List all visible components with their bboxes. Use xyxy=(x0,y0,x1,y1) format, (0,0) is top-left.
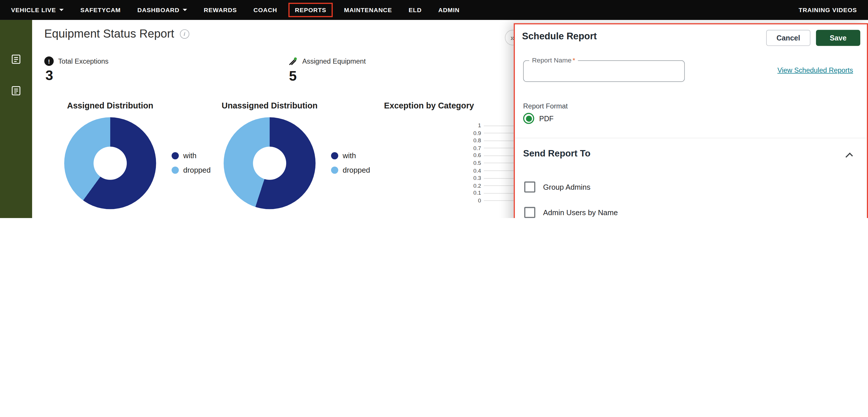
y-tick: 0.5 xyxy=(459,160,481,166)
report-list-icon[interactable] xyxy=(10,54,22,65)
y-tick: 0.3 xyxy=(459,175,481,181)
field-label: Report Name* xyxy=(529,56,578,64)
nav-label: COACH xyxy=(253,7,277,13)
nav-item-vehicle-live[interactable]: VEHICLE LIVE xyxy=(0,0,72,20)
y-tick: 1 xyxy=(459,123,481,128)
nav-item-admin[interactable]: ADMIN xyxy=(430,0,468,20)
legend-assigned: with dropped xyxy=(172,152,211,174)
legend-unassigned: with dropped xyxy=(331,152,370,174)
checkbox-row-admin-users-by-name[interactable]: Admin Users by Name xyxy=(524,207,618,218)
y-tick: 0.7 xyxy=(459,146,481,151)
radio-selected-icon[interactable] xyxy=(523,113,534,124)
chart-title-exception: Exception by Category xyxy=(368,101,490,110)
y-tick: 0.2 xyxy=(459,183,481,189)
app-window: VEHICLE LIVE SAFETYCAM DASHBOARD REWARDS… xyxy=(0,0,868,218)
checkbox-label: Admin Users by Name xyxy=(543,208,618,217)
stat-label: Assigned Equipment xyxy=(302,58,366,65)
legend-swatch-dropped xyxy=(331,167,338,174)
legend-swatch-dropped xyxy=(172,167,179,174)
legend-item: with xyxy=(172,152,211,160)
radio-pdf[interactable]: PDF xyxy=(523,113,554,124)
stat-label: Total Exceptions xyxy=(58,57,108,65)
checkbox-row-group-admins[interactable]: Group Admins xyxy=(524,182,591,193)
page-title-text: Equipment Status Report xyxy=(44,27,174,40)
equipment-tools-icon xyxy=(288,56,298,66)
report-name-input[interactable] xyxy=(530,66,680,75)
legend-item: dropped xyxy=(331,166,370,174)
y-tick: 0.4 xyxy=(459,168,481,173)
radio-label: PDF xyxy=(539,114,554,123)
panel-title: Schedule Report xyxy=(522,31,597,42)
cancel-button[interactable]: Cancel xyxy=(766,30,810,46)
nav-label: DASHBOARD xyxy=(137,7,179,13)
checkbox-icon[interactable] xyxy=(524,207,535,218)
legend-swatch-with xyxy=(331,152,338,159)
stat-assigned-equipment: Assigned Equipment 5 xyxy=(288,56,366,84)
legend-label: dropped xyxy=(183,166,211,174)
legend-item: with xyxy=(331,152,370,160)
nav-item-coach[interactable]: COACH xyxy=(245,0,285,20)
chart-title-unassigned: Unassigned Distribution xyxy=(209,101,331,110)
legend-item: dropped xyxy=(172,166,211,174)
nav-item-safetycam[interactable]: SAFETYCAM xyxy=(72,0,129,20)
exclamation-circle-icon: ! xyxy=(44,56,54,66)
nav-label: REPORTS xyxy=(295,7,326,13)
y-tick: 0.9 xyxy=(459,130,481,136)
nav-label: SAFETYCAM xyxy=(81,7,121,13)
exception-chart-y-axis: 1 0.9 0.8 0.7 0.6 0.5 0.4 0.3 0.2 0.1 0 xyxy=(459,123,514,203)
nav-item-dashboard[interactable]: DASHBOARD xyxy=(129,0,195,20)
chevron-up-icon xyxy=(845,152,853,160)
view-scheduled-reports-link[interactable]: View Scheduled Reports xyxy=(777,66,853,74)
divider xyxy=(515,138,867,138)
nav-item-rewards[interactable]: REWARDS xyxy=(195,0,245,20)
checkbox-icon[interactable] xyxy=(524,182,535,193)
legend-label: dropped xyxy=(343,166,370,174)
chevron-down-icon xyxy=(59,9,64,11)
checkbox-label: Group Admins xyxy=(543,183,591,191)
left-sidebar xyxy=(0,20,32,218)
nav-label: REWARDS xyxy=(204,7,237,13)
nav-label: TRAINING VIDEOS xyxy=(799,7,857,13)
collapse-send-section-button[interactable] xyxy=(844,150,855,160)
stat-value: 3 xyxy=(45,67,108,83)
y-tick: 0 xyxy=(459,198,481,203)
nav-label: ELD xyxy=(408,7,422,13)
nav-item-maintenance[interactable]: MAINTENANCE xyxy=(336,0,400,20)
y-tick: 0.6 xyxy=(459,153,481,158)
send-report-to-heading: Send Report To xyxy=(523,148,591,159)
legend-label: with xyxy=(183,152,196,160)
nav-label: ADMIN xyxy=(438,7,460,13)
save-button[interactable]: Save xyxy=(816,30,860,46)
info-icon[interactable]: i xyxy=(180,29,189,38)
y-tick: 0.8 xyxy=(459,138,481,143)
nav-item-reports[interactable]: REPORTS xyxy=(288,3,333,18)
schedule-report-panel: Schedule Report Cancel Save Report Name*… xyxy=(514,23,868,218)
report-builder-icon[interactable] xyxy=(10,85,22,96)
nav-label: VEHICLE LIVE xyxy=(11,7,56,13)
nav-label: MAINTENANCE xyxy=(344,7,392,13)
chevron-down-icon xyxy=(183,9,187,11)
stat-value: 5 xyxy=(289,68,366,84)
top-navigation: VEHICLE LIVE SAFETYCAM DASHBOARD REWARDS… xyxy=(0,0,868,20)
nav-item-training-videos[interactable]: TRAINING VIDEOS xyxy=(790,0,868,20)
y-tick: 0.1 xyxy=(459,191,481,196)
report-name-field[interactable]: Report Name* xyxy=(523,60,685,82)
legend-swatch-with xyxy=(172,152,179,159)
page-title: Equipment Status Report i xyxy=(44,27,189,40)
legend-label: with xyxy=(343,152,356,160)
chart-title-assigned: Assigned Distribution xyxy=(55,101,165,110)
donut-chart-assigned xyxy=(64,118,156,210)
nav-item-eld[interactable]: ELD xyxy=(400,0,430,20)
stat-total-exceptions: ! Total Exceptions 3 xyxy=(44,56,108,84)
donut-chart-unassigned xyxy=(224,118,316,210)
report-format-label: Report Format xyxy=(523,102,568,110)
